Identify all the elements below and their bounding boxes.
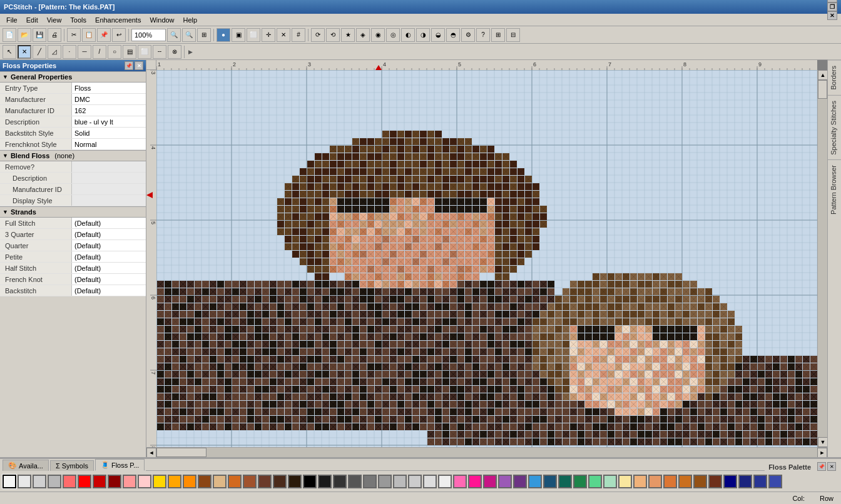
- fill-button[interactable]: ▣: [232, 28, 245, 42]
- palette-swatch-36[interactable]: [543, 475, 557, 488]
- stitch-btn3[interactable]: ★: [341, 28, 355, 42]
- new-button[interactable]: 📄: [3, 28, 16, 42]
- palette-swatch-45[interactable]: [678, 475, 692, 488]
- move-button[interactable]: ✛: [262, 28, 275, 42]
- stitch-btn9[interactable]: ◒: [431, 28, 445, 42]
- zoom-fit-button[interactable]: ⊞: [197, 28, 211, 42]
- palette-swatch-8[interactable]: [123, 475, 136, 488]
- grid-button[interactable]: #: [292, 28, 305, 42]
- restore-button[interactable]: ❐: [827, 3, 837, 11]
- circle-tool[interactable]: ○: [108, 45, 121, 59]
- select-button[interactable]: ⬜: [247, 28, 260, 42]
- palette-swatch-18[interactable]: [273, 475, 287, 488]
- scroll-v-track[interactable]: [818, 80, 827, 437]
- palette-swatch-29[interactable]: [438, 475, 452, 488]
- palette-swatch-1[interactable]: [18, 475, 31, 488]
- pointer-tool[interactable]: ↖: [3, 45, 16, 59]
- palette-swatch-7[interactable]: [108, 475, 121, 488]
- palette-swatch-27[interactable]: [408, 475, 422, 488]
- stitch-btn4[interactable]: ◈: [356, 28, 370, 42]
- palette-swatch-31[interactable]: [468, 475, 482, 488]
- palette-swatch-16[interactable]: [243, 475, 257, 488]
- erase-button[interactable]: ✕: [277, 28, 290, 42]
- palette-swatch-40[interactable]: [603, 475, 617, 488]
- palette-swatch-33[interactable]: [498, 475, 512, 488]
- floss-palette-tab[interactable]: 🧵 Floss P...: [95, 459, 145, 471]
- copy-button[interactable]: 📋: [82, 28, 96, 42]
- stitch-btn6[interactable]: ◎: [386, 28, 400, 42]
- stitch-btn12[interactable]: ?: [476, 28, 490, 42]
- palette-swatch-15[interactable]: [228, 475, 242, 488]
- palette-swatch-11[interactable]: [168, 475, 181, 488]
- menu-help[interactable]: Help: [180, 15, 201, 25]
- menu-enhancements[interactable]: Enhancements: [91, 15, 145, 25]
- palette-swatch-48[interactable]: [723, 475, 737, 488]
- erase-tool[interactable]: ⬜: [138, 45, 151, 59]
- undo-button[interactable]: ↩: [112, 28, 126, 42]
- color-button[interactable]: ●: [217, 28, 230, 42]
- palette-swatch-37[interactable]: [558, 475, 572, 488]
- scroll-h-thumb[interactable]: [156, 448, 206, 457]
- pattern-grid-canvas[interactable]: [156, 70, 817, 447]
- palette-swatch-35[interactable]: [528, 475, 542, 488]
- palette-swatch-39[interactable]: [588, 475, 602, 488]
- palette-swatch-0[interactable]: [3, 475, 16, 488]
- panel-close-button[interactable]: ✕: [135, 61, 143, 70]
- palette-swatch-4[interactable]: [63, 475, 76, 488]
- blend-floss-header[interactable]: ▼ Blend Floss (none): [0, 150, 146, 161]
- stitch-btn10[interactable]: ◓: [446, 28, 460, 42]
- palette-swatch-34[interactable]: [513, 475, 527, 488]
- palette-swatch-42[interactable]: [633, 475, 647, 488]
- menu-edit[interactable]: Edit: [23, 15, 42, 25]
- available-tab[interactable]: 🎨 Availa...: [3, 460, 49, 471]
- palette-swatch-32[interactable]: [483, 475, 497, 488]
- close-button[interactable]: ✕: [827, 11, 837, 20]
- palette-pin-button[interactable]: 📌: [817, 462, 826, 471]
- scroll-right-button[interactable]: ►: [817, 448, 827, 458]
- cut-button[interactable]: ✂: [67, 28, 81, 42]
- palette-swatch-9[interactable]: [138, 475, 151, 488]
- horizontal-scrollbar[interactable]: ◄ ►: [146, 447, 827, 457]
- stitch-btn7[interactable]: ◐: [401, 28, 415, 42]
- quarter-tool[interactable]: ◿: [48, 45, 61, 59]
- zoom-out-button[interactable]: 🔍: [167, 28, 181, 42]
- pattern-browser-tab[interactable]: Pattern Browser: [828, 159, 841, 219]
- expand-blend-icon[interactable]: ▼: [3, 153, 8, 159]
- palette-swatch-22[interactable]: [333, 475, 347, 488]
- palette-swatch-6[interactable]: [93, 475, 106, 488]
- stitch-btn1[interactable]: ⟳: [311, 28, 325, 42]
- palette-swatch-23[interactable]: [348, 475, 362, 488]
- panel-pin-button[interactable]: 📌: [125, 61, 133, 70]
- stitch-btn8[interactable]: ◑: [416, 28, 430, 42]
- scroll-h-track[interactable]: [156, 448, 817, 457]
- save-button[interactable]: 💾: [33, 28, 46, 42]
- palette-swatch-50[interactable]: [753, 475, 767, 488]
- palette-swatch-24[interactable]: [363, 475, 377, 488]
- borders-tab[interactable]: Borders: [828, 60, 841, 95]
- palette-swatch-43[interactable]: [648, 475, 662, 488]
- dash-tool[interactable]: ╌: [153, 45, 166, 59]
- zoom-display[interactable]: 100%: [131, 29, 166, 41]
- pattern-canvas-container[interactable]: [156, 70, 817, 447]
- line-tool[interactable]: /: [93, 45, 106, 59]
- palette-swatch-46[interactable]: [693, 475, 707, 488]
- scroll-down-button[interactable]: ▼: [818, 437, 827, 447]
- palette-swatch-5[interactable]: [78, 475, 91, 488]
- palette-swatch-10[interactable]: [153, 475, 166, 488]
- cross-tool[interactable]: ✕: [18, 45, 31, 59]
- palette-swatch-14[interactable]: [213, 475, 227, 488]
- strands-header[interactable]: ▼ Strands: [0, 206, 146, 218]
- palette-swatch-47[interactable]: [708, 475, 722, 488]
- scroll-up-button[interactable]: ▲: [818, 70, 827, 80]
- symbols-tab[interactable]: Σ Symbols: [50, 460, 94, 471]
- scroll-left-button[interactable]: ◄: [146, 448, 156, 458]
- palette-swatch-2[interactable]: [33, 475, 46, 488]
- paste-button[interactable]: 📌: [97, 28, 111, 42]
- palette-swatch-30[interactable]: [453, 475, 467, 488]
- palette-swatch-20[interactable]: [303, 475, 317, 488]
- palette-close-button[interactable]: ✕: [827, 462, 836, 471]
- stitch-btn2[interactable]: ⟲: [326, 28, 340, 42]
- backstitch-tool[interactable]: ─: [78, 45, 91, 59]
- half-stitch-tool[interactable]: ╱: [33, 45, 46, 59]
- palette-swatch-28[interactable]: [423, 475, 437, 488]
